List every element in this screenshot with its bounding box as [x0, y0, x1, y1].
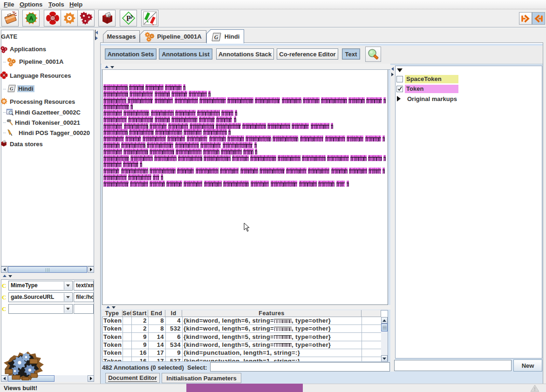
svg-text:G: G [214, 34, 218, 41]
svg-text:P: P [126, 14, 131, 22]
svg-text:G: G [10, 86, 14, 91]
svg-text:A: A [29, 15, 34, 22]
